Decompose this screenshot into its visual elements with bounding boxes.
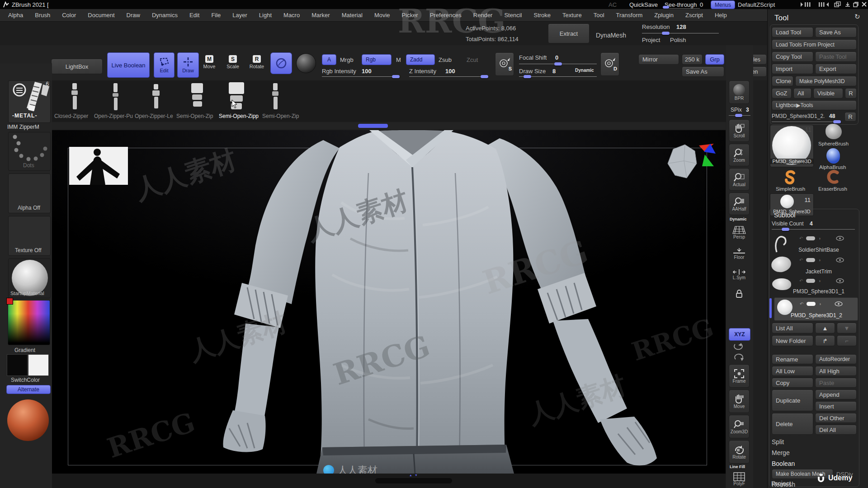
del-other-button[interactable]: Del Other xyxy=(815,413,857,423)
load-tools-from-project-button[interactable]: Load Tools From Project xyxy=(772,39,857,50)
startup-material-thumbnail[interactable]: StartupMaterial xyxy=(8,258,51,298)
duplicate-button[interactable]: Duplicate xyxy=(772,389,813,411)
split-section[interactable]: Split xyxy=(772,438,784,446)
gradient-color-picker[interactable] xyxy=(8,300,50,345)
goz-r-button[interactable]: R xyxy=(845,88,857,99)
resolution-slider[interactable] xyxy=(642,32,719,35)
zsub-button[interactable]: Zsub xyxy=(439,56,452,63)
imm-brush-thumbnail[interactable]: -METAL- 6 xyxy=(8,80,51,123)
lsym-button[interactable]: L.Sym xyxy=(729,265,750,284)
save-as-tool-button[interactable]: Save As xyxy=(815,27,857,38)
brush-thumb-open-zipper-le[interactable] xyxy=(149,82,163,112)
rotate-z-icon[interactable] xyxy=(733,352,744,361)
rgb-intensity-slider[interactable] xyxy=(322,75,400,79)
del-all-button[interactable]: Del All xyxy=(815,425,857,435)
focal-shift-slider[interactable] xyxy=(519,62,597,66)
mrgb-button[interactable]: Mrgb xyxy=(340,56,354,63)
subtool-title[interactable]: Subtool xyxy=(774,211,795,219)
menu-light[interactable]: Light xyxy=(259,12,272,19)
goz-button[interactable]: GoZ xyxy=(772,88,792,99)
project-section[interactable]: Project xyxy=(771,480,791,487)
active-tool-slider[interactable] xyxy=(772,120,840,124)
xyz-button[interactable]: XYZ xyxy=(729,328,750,341)
stroke-dots-thumbnail[interactable]: Dots xyxy=(8,132,51,171)
clone-button[interactable]: Clone xyxy=(772,76,793,86)
paste-subtool-button[interactable]: Paste xyxy=(815,378,857,388)
scale-button[interactable]: S Scale xyxy=(222,55,243,69)
tray-collapse-right-icon[interactable] xyxy=(816,2,830,7)
subtool-row-jackettrim[interactable]: ↶ ◗ JacketTrim xyxy=(771,255,857,276)
scroll-down-arrow-icon[interactable]: ▼ xyxy=(415,474,418,477)
menu-preferences[interactable]: Preferences xyxy=(430,12,462,19)
quicksave-button[interactable]: QuickSave xyxy=(629,1,658,8)
menu-tool[interactable]: Tool xyxy=(594,12,604,19)
brush-label-1[interactable]: Open-Zipper-Pu xyxy=(94,113,133,119)
restore-window-button[interactable] xyxy=(853,1,859,8)
append-button[interactable]: Append xyxy=(815,389,857,399)
subtool-undo-icon[interactable]: ↶ xyxy=(800,301,803,306)
extract-top-button[interactable]: Extract xyxy=(548,23,590,43)
default-zscript-label[interactable]: DefaultZScript xyxy=(738,1,775,8)
current-tool-preview[interactable]: 11 PM3D_Sphere3D xyxy=(770,125,814,167)
menu-zplugin[interactable]: Zplugin xyxy=(654,12,674,19)
menu-macro[interactable]: Macro xyxy=(283,12,300,19)
canvas-bottom-scroll-thumb[interactable] xyxy=(375,478,452,483)
tool-panel-title[interactable]: Tool xyxy=(774,14,788,23)
actual-button[interactable]: Actual xyxy=(729,168,750,191)
close-button[interactable] xyxy=(861,1,867,7)
new-folder-button[interactable]: New Folder xyxy=(772,335,813,346)
menu-color[interactable]: Color xyxy=(62,12,76,19)
subtool-down-button[interactable]: ▼ xyxy=(837,323,857,333)
texture-off-thumbnail[interactable]: Texture Off xyxy=(8,216,51,256)
menu-texture[interactable]: Texture xyxy=(562,12,582,19)
subtool-undo-icon[interactable]: ↶ xyxy=(799,258,803,263)
zadd-button[interactable]: Zadd xyxy=(406,54,435,65)
all-high-button[interactable]: All High xyxy=(815,366,857,376)
load-tool-button[interactable]: Load Tool xyxy=(772,27,813,38)
canvas-top-scroll-track[interactable] xyxy=(52,122,726,129)
aahalf-button[interactable]: AAHalf xyxy=(729,192,750,215)
menu-edit[interactable]: Edit xyxy=(189,12,199,19)
draw-size-slider[interactable] xyxy=(519,75,597,79)
floor-button[interactable]: Floor xyxy=(729,244,750,263)
move-button[interactable]: M Move xyxy=(199,55,220,69)
export-button[interactable]: Export xyxy=(815,64,857,74)
menu-dynamics[interactable]: Dynamics xyxy=(152,12,178,19)
brush-thumb-open-zipper-pu[interactable] xyxy=(108,82,122,112)
subtool-paint-toggle-icon[interactable] xyxy=(806,236,815,240)
canvas-bottom-scroll-track[interactable]: ▲ ▼ xyxy=(52,474,726,488)
see-through-label[interactable]: See-through xyxy=(665,1,700,9)
subtool-eye-icon[interactable] xyxy=(836,236,844,241)
copy-tool-button[interactable]: Copy Tool xyxy=(772,52,813,62)
tool-panel-reset-icon[interactable]: ↻ xyxy=(854,13,860,21)
menu-file[interactable]: File xyxy=(211,12,221,19)
subtool-crescent-icon[interactable]: ◗ xyxy=(818,258,821,263)
brush-label-3[interactable]: Semi-Open-Zip xyxy=(176,113,213,119)
folder-collapse-button[interactable]: ⌐ xyxy=(837,335,857,346)
brush-thumb-semi-open-zip-1[interactable] xyxy=(189,82,207,112)
insert-button[interactable]: Insert xyxy=(815,401,857,411)
color-a-button[interactable]: A xyxy=(322,54,336,65)
see-through-slider-handle[interactable] xyxy=(663,6,669,9)
active-tool-r-button[interactable]: R xyxy=(844,112,856,122)
edit-button[interactable]: Edit xyxy=(154,52,175,78)
current-brush-button[interactable] xyxy=(270,52,292,74)
persp-button[interactable]: Persp xyxy=(729,222,750,242)
cascade-windows-left-icon[interactable] xyxy=(834,1,842,8)
make-polymesh3d-button[interactable]: Make PolyMesh3D xyxy=(795,76,857,86)
folder-move-button[interactable]: ↱ xyxy=(815,335,835,346)
dynamesh-label[interactable]: DynaMesh xyxy=(596,32,626,39)
lightbox-button[interactable]: LightBox xyxy=(51,59,103,74)
brush-thumb-semi-open-zip-3[interactable] xyxy=(269,82,282,112)
subtool-eye-icon[interactable] xyxy=(835,301,843,306)
silhouette-thumbnail[interactable] xyxy=(69,147,128,185)
subtool-row-pm3d-sphere3d1-2-selected[interactable]: ↶ ◗ PM3D_Sphere3D1_2 xyxy=(774,297,858,321)
sphere-brush-thumb[interactable] xyxy=(826,124,842,139)
poly-count-button[interactable]: 250 k xyxy=(682,54,703,65)
subtool-eye-icon[interactable] xyxy=(836,278,844,283)
menu-stencil[interactable]: Stencil xyxy=(504,12,522,19)
subtool-undo-icon[interactable]: ↶ xyxy=(799,236,803,241)
live-boolean-button[interactable]: Live Boolean xyxy=(107,52,150,78)
brush-thumb-closed-zipper[interactable] xyxy=(68,82,81,112)
dynamic-draw-size-label[interactable]: Dynamic xyxy=(575,68,594,73)
